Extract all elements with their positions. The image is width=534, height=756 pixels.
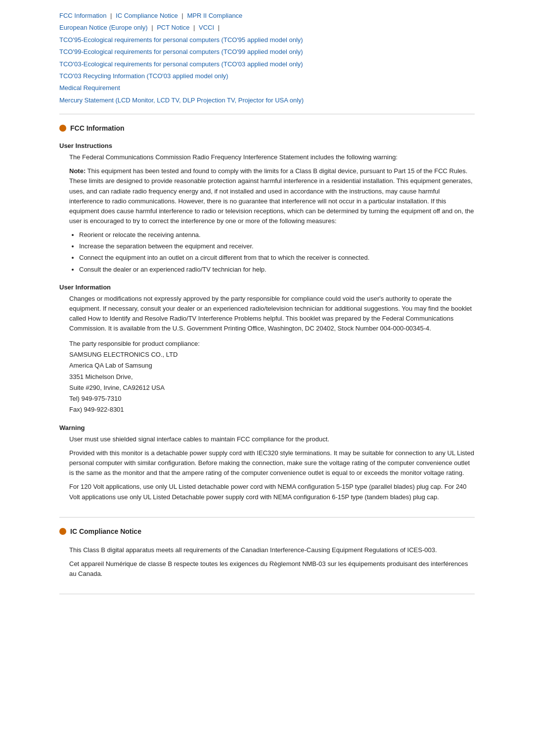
warning-heading: Warning [59, 424, 475, 431]
fcc-title-text: FCC Information [70, 124, 125, 132]
address-line-6: Fax) 949-922-8301 [69, 404, 475, 415]
nav-link-european[interactable]: European Notice (Europe only) [59, 24, 148, 31]
user-info-para1: Changes or modifications not expressly a… [69, 294, 475, 334]
nav-row-2: European Notice (Europe only) | PCT Noti… [59, 22, 475, 33]
ic-para1: This Class B digital apparatus meets all… [69, 545, 475, 555]
user-instructions-content: The Federal Communications Commission Ra… [59, 152, 475, 275]
fcc-section-title: FCC Information [59, 124, 475, 132]
warning-para3: For 120 Volt applications, use only UL L… [69, 482, 475, 502]
ic-content: This Class B digital apparatus meets all… [59, 545, 475, 579]
nav-link-mpr2[interactable]: MPR II Compliance [187, 12, 242, 19]
fcc-bullet-3: Connect the equipment into an outlet on … [79, 253, 475, 263]
address-line-4: Suite #290, Irvine, CA92612 USA [69, 382, 475, 393]
divider-bottom [59, 594, 475, 594]
nav-link-tco95[interactable]: TCO'95-Ecological requirements for perso… [59, 34, 475, 46]
address-line-3: 3351 Michelson Drive, [69, 372, 475, 382]
nav-link-pct[interactable]: PCT Notice [157, 24, 189, 31]
ic-title-text: IC Compliance Notice [70, 527, 141, 535]
page-container: FCC Information | IC Compliance Notice |… [44, 0, 490, 612]
warning-content: User must use shielded signal interface … [59, 434, 475, 502]
address-line-1: SAMSUNG ELECTRONICS CO., LTD [69, 349, 475, 360]
user-information-content: Changes or modifications not expressly a… [59, 294, 475, 334]
fcc-bullet-2: Increase the separation between the equi… [79, 241, 475, 251]
nav-sep-2: | [181, 12, 183, 19]
fcc-note-bold: Note: [69, 167, 86, 175]
nav-link-mercury[interactable]: Mercury Statement (LCD Monitor, LCD TV, … [59, 94, 475, 106]
ic-section-icon [59, 528, 66, 535]
nav-link-ic[interactable]: IC Compliance Notice [116, 12, 178, 19]
nav-sep-4: | [193, 24, 195, 31]
nav-link-fcc[interactable]: FCC Information [59, 12, 106, 19]
nav-link-medical[interactable]: Medical Requirement [59, 82, 475, 94]
user-information-heading: User Information [59, 284, 475, 291]
nav-sep-3: | [151, 24, 153, 31]
ic-para2: Cet appareil Numérique de classe B respe… [69, 559, 475, 579]
fcc-bullet-1: Reorient or relocate the receiving anten… [79, 230, 475, 240]
nav-row-1: FCC Information | IC Compliance Notice |… [59, 10, 475, 21]
nav-sep-1: | [110, 12, 112, 19]
fcc-section: FCC Information User Instructions The Fe… [59, 124, 475, 502]
address-line-5: Tel) 949-975-7310 [69, 393, 475, 404]
nav-link-tco03[interactable]: TCO'03-Ecological requirements for perso… [59, 58, 475, 70]
nav-link-vcci[interactable]: VCCI [199, 24, 214, 31]
ic-section: IC Compliance Notice This Class B digita… [59, 527, 475, 579]
address-label: The party responsible for product compli… [69, 338, 475, 349]
fcc-note-text: This equipment has been tested and found… [69, 167, 474, 225]
fcc-bullets: Reorient or relocate the receiving anten… [74, 230, 475, 275]
fcc-section-icon [59, 125, 66, 132]
nav-links: FCC Information | IC Compliance Notice |… [59, 10, 475, 106]
address-line-2: America QA Lab of Samsung [69, 360, 475, 371]
ic-section-title: IC Compliance Notice [59, 527, 475, 535]
fcc-para1: The Federal Communications Commission Ra… [69, 152, 475, 162]
divider-top [59, 114, 475, 114]
fcc-note: Note: This equipment has been tested and… [69, 166, 475, 226]
nav-link-tco03r[interactable]: TCO'03 Recycling Information (TCO'03 app… [59, 70, 475, 82]
divider-mid [59, 517, 475, 518]
user-instructions-heading: User Instructions [59, 142, 475, 149]
warning-para1: User must use shielded signal interface … [69, 434, 475, 444]
fcc-bullet-4: Consult the dealer or an experienced rad… [79, 265, 475, 275]
nav-sep-5: | [218, 24, 220, 31]
nav-link-tco99[interactable]: TCO'99-Ecological requirements for perso… [59, 46, 475, 57]
address-block: The party responsible for product compli… [59, 338, 475, 415]
warning-para2: Provided with this monitor is a detachab… [69, 448, 475, 478]
